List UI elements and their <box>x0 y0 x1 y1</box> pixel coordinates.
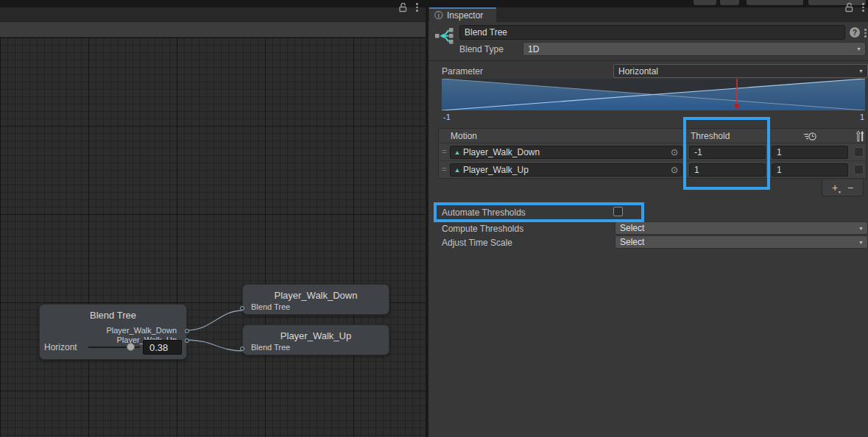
motion-clip-field[interactable]: ▲ Player_Walk_Down ⊙ <box>450 146 682 159</box>
speed-field[interactable]: 1 <box>772 163 848 177</box>
object-picker-icon[interactable]: ⊙ <box>671 165 678 175</box>
list-footer-buttons: +▼ − <box>822 180 864 196</box>
divider <box>428 60 868 61</box>
animator-tab-bar <box>0 7 426 22</box>
node-title: Blend Tree <box>40 310 186 321</box>
blend-tree-icon <box>434 26 454 49</box>
drag-handle[interactable]: = <box>442 146 446 157</box>
node-title: Player_Walk_Down <box>243 290 389 301</box>
unlock-icon[interactable] <box>398 2 408 13</box>
motion-row: = ▲ Player_Walk_Down ⊙ -1 1 <box>438 143 867 161</box>
parameter-label: Parameter <box>442 66 483 77</box>
speed-field[interactable]: 1 <box>772 146 848 159</box>
range-min-label: -1 <box>443 113 451 121</box>
help-icon[interactable]: ? <box>850 27 860 38</box>
chevron-down-icon: ▼ <box>858 68 864 74</box>
unity-editor-window: Blend Tree Player_Walk_Down Player_Walk_… <box>0 0 868 437</box>
parameter-dropdown[interactable]: Horizontal ▼ <box>613 64 868 78</box>
inspector-window-icons <box>844 2 866 13</box>
inspector-menu-icon[interactable] <box>861 2 866 13</box>
remove-motion-button[interactable]: − <box>847 182 853 193</box>
unlock-icon[interactable] <box>844 2 854 13</box>
blend-param-value[interactable]: 0.38 <box>143 340 182 355</box>
chevron-down-icon: ▼ <box>858 226 864 231</box>
mirror-checkbox[interactable] <box>854 165 864 174</box>
motion-node-walk-up[interactable]: Player_Walk_Up Blend Tree <box>242 324 389 355</box>
input-pin[interactable] <box>240 306 244 310</box>
animation-clip-icon: ▲ <box>454 149 460 156</box>
input-pin[interactable] <box>240 347 244 351</box>
motion-node-walk-down[interactable]: Player_Walk_Down Blend Tree <box>242 284 389 315</box>
blend-param-slider[interactable] <box>88 340 140 355</box>
compute-thresholds-dropdown[interactable]: Select ▼ <box>615 221 868 235</box>
threshold-field[interactable]: -1 <box>689 146 766 159</box>
blend-graph[interactable] <box>442 79 865 110</box>
compute-thresholds-label: Compute Thresholds <box>442 224 523 234</box>
adjust-time-scale-label: Adjust Time Scale <box>442 238 512 248</box>
adjust-time-scale-dropdown[interactable]: Select ▼ <box>615 235 868 249</box>
toolbar-clipped-strip <box>0 0 868 7</box>
range-max-label: 1 <box>860 113 864 121</box>
threshold-field[interactable]: 1 <box>689 163 766 177</box>
speed-column-icon <box>803 132 816 141</box>
motion-table-header: Motion Threshold <box>438 128 867 143</box>
mirror-column-icon <box>856 130 864 142</box>
animator-menu-icon[interactable] <box>414 2 420 13</box>
motion-column-header: Motion <box>451 131 477 141</box>
asset-menu-icon[interactable] <box>863 28 868 38</box>
animator-breadcrumb-bar <box>0 22 426 38</box>
toolbar-button-fragment[interactable] <box>747 0 803 5</box>
animator-window-icons <box>398 2 420 13</box>
node-connections <box>0 38 426 437</box>
playhead-handle <box>735 104 739 108</box>
automate-thresholds-checkbox[interactable] <box>613 207 623 216</box>
automate-thresholds-label: Automate Thresholds <box>442 207 526 218</box>
drag-handle[interactable]: = <box>442 164 446 174</box>
node-sub-label: Blend Tree <box>251 343 290 352</box>
output-pin[interactable] <box>185 329 189 333</box>
slider-knob[interactable] <box>127 343 135 351</box>
toolbar-button-fragment[interactable] <box>720 0 739 5</box>
blend-tree-graph-canvas[interactable]: Blend Tree Player_Walk_Down Player_Walk_… <box>0 38 426 437</box>
node-title: Player_Walk_Up <box>243 330 389 341</box>
blend-param-label: Horizont <box>44 342 85 352</box>
toolbar-button-fragment[interactable] <box>694 0 716 5</box>
node-sub-label: Blend Tree <box>251 302 290 311</box>
info-icon: ⓘ <box>434 11 443 20</box>
tab-inspector[interactable]: ⓘ Inspector <box>429 7 496 22</box>
animation-clip-icon: ▲ <box>454 167 460 174</box>
blend-type-dropdown[interactable]: 1D ▼ <box>523 42 866 56</box>
motion-clip-field[interactable]: ▲ Player_Walk_Up ⊙ <box>450 163 682 177</box>
threshold-column-header: Threshold <box>691 131 730 141</box>
blend-tree-name-field[interactable]: Blend Tree <box>459 25 845 40</box>
blend-type-label: Blend Type <box>459 44 504 54</box>
blend-tree-parent-node[interactable]: Blend Tree Player_Walk_Down Player_Walk_… <box>39 304 187 360</box>
node-output-label: Player_Walk_Down <box>40 326 186 335</box>
chevron-down-icon: ▼ <box>856 46 861 51</box>
output-pin[interactable] <box>185 338 189 343</box>
chevron-down-icon: ▼ <box>858 240 864 245</box>
add-motion-button[interactable]: +▼ <box>832 182 838 193</box>
mirror-checkbox[interactable] <box>854 147 864 157</box>
motion-row: = ▲ Player_Walk_Up ⊙ 1 1 <box>438 161 867 179</box>
object-picker-icon[interactable]: ⊙ <box>671 147 678 157</box>
